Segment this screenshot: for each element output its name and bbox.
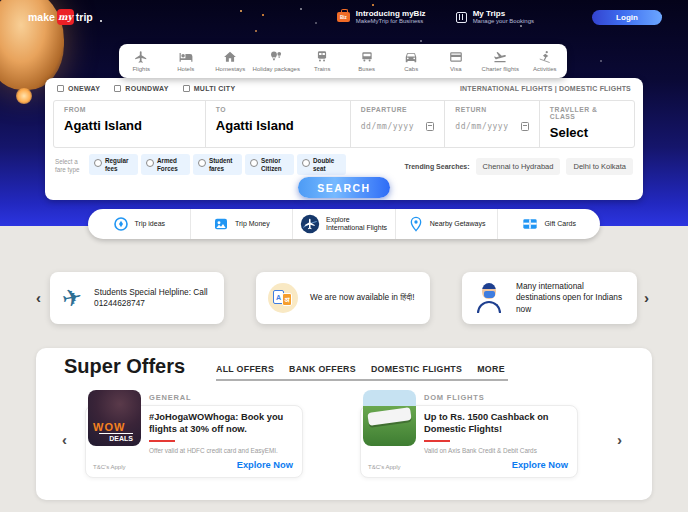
- trip-type-roundway[interactable]: ROUNDWAY: [114, 85, 168, 92]
- offer-card-dom-flights: DOM FLIGHTS Up to Rs. 1500 Cashback on D…: [360, 390, 578, 482]
- wallet-photo-icon: [213, 216, 229, 232]
- explore-now-link[interactable]: Explore Now: [237, 460, 293, 470]
- bus-icon: [360, 50, 374, 64]
- tab-more[interactable]: MORE: [477, 364, 505, 374]
- traveller-label: TRAVLLER & CLASS: [550, 106, 624, 120]
- skier-icon: [538, 50, 552, 64]
- wow-text: WOW: [93, 422, 136, 433]
- offer-category: DOM FLIGHTS: [424, 393, 484, 402]
- fare-regular-fees[interactable]: Regular fees: [89, 154, 138, 175]
- translate-icon: A अ: [268, 283, 298, 313]
- trending-chennai-hydrabad[interactable]: Chennai to Hydrabad: [476, 158, 561, 175]
- trip-type-multicity[interactable]: MULTI CITY: [183, 85, 236, 92]
- mytrips-title: My Trips: [473, 9, 534, 19]
- train-icon: [315, 50, 329, 64]
- departure-field[interactable]: DEPARTURE dd/mm/yyyy: [350, 101, 445, 147]
- briefcase-icon: Biz: [337, 12, 350, 22]
- top-header: make my trip Biz Introducing myBiz MakeM…: [28, 6, 662, 28]
- masked-person-icon: [474, 283, 504, 313]
- student-fares-radio[interactable]: [198, 159, 206, 167]
- offer-category: GENERAL: [149, 393, 191, 402]
- from-label: FROM: [64, 106, 195, 113]
- tab-flights-label: Flights: [132, 66, 150, 72]
- tab-holiday-packages[interactable]: Holiday packages: [253, 44, 300, 78]
- armed-forces-radio[interactable]: [146, 159, 154, 167]
- international-domestic-flights-link[interactable]: INTERNATIONAL FLIGHTS | DOMESTIC FLIGHTS: [460, 85, 631, 92]
- tab-visa-label: Visa: [450, 66, 462, 72]
- tab-flights[interactable]: Flights: [119, 44, 164, 78]
- search-button[interactable]: SEARCH: [298, 177, 390, 198]
- trip-type-oneway[interactable]: ONEWAY: [57, 85, 100, 92]
- tab-cabs-label: Cabs: [404, 66, 418, 72]
- tab-visa[interactable]: Visa: [433, 44, 478, 78]
- login-button[interactable]: Login: [592, 10, 662, 25]
- trending-searches: Trending Searches: Chennai to Hydrabad D…: [405, 158, 633, 175]
- carousel-card-hindi[interactable]: A अ We are now available in हिंदी!: [256, 272, 430, 324]
- fare-type-label: Select a fare type: [55, 158, 85, 174]
- regular-fees-radio[interactable]: [94, 159, 102, 167]
- quick-link-trip-money[interactable]: Trip Money: [190, 209, 293, 239]
- trip-type-row: ONEWAY ROUNDWAY MULTI CITY INTERNATIONAL…: [57, 85, 631, 92]
- tab-bank-offers[interactable]: BANK OFFERS: [289, 364, 356, 374]
- tab-hotels[interactable]: Hotels: [164, 44, 209, 78]
- tab-domestic-flights[interactable]: DOMESTIC FLIGHTS: [371, 364, 462, 374]
- calendar-icon[interactable]: [426, 122, 434, 131]
- bed-icon: [179, 50, 193, 64]
- offer-subtitle: Valid on Axis Bank Credit & Debit Cards: [424, 447, 537, 454]
- offer-title: Up to Rs. 1500 Cashback on Domestic Flig…: [424, 412, 572, 436]
- tab-hotels-label: Hotels: [177, 66, 194, 72]
- face-mask: [484, 291, 495, 298]
- fare-senior-citizen[interactable]: Senior Citizen: [245, 154, 294, 175]
- tab-activities[interactable]: Activities: [523, 44, 568, 78]
- tab-buses[interactable]: Buses: [344, 44, 389, 78]
- mytrips-menu-item[interactable]: My Trips Manage your Bookings: [456, 9, 534, 26]
- carousel-card-international[interactable]: Many international destinations open for…: [462, 272, 637, 324]
- search-fields: FROM Agatti Island TO Agatti Island DEPA…: [53, 100, 635, 148]
- fare-student-fares[interactable]: Student fares: [193, 154, 242, 175]
- nearby-getaways-label: Nearby Getaways: [430, 220, 486, 228]
- multicity-checkbox[interactable]: [183, 85, 190, 92]
- tab-cabs[interactable]: Cabs: [389, 44, 434, 78]
- explore-now-link[interactable]: Explore Now: [512, 460, 568, 470]
- departure-placeholder: dd/mm/yyyy: [361, 122, 414, 131]
- oneway-label: ONEWAY: [68, 85, 100, 92]
- tab-trains[interactable]: Trains: [300, 44, 345, 78]
- double-seat-radio[interactable]: [302, 159, 310, 167]
- senior-citizen-radio[interactable]: [250, 159, 258, 167]
- carousel-card-helpline[interactable]: ✈ Students Special Helpline: Call 012446…: [50, 272, 224, 324]
- balloons-icon: [269, 50, 283, 64]
- from-field[interactable]: FROM Agatti Island: [54, 101, 205, 147]
- fare-armed-forces[interactable]: Armed Forces: [141, 154, 190, 175]
- wow-deals-image: WOW DEALS: [88, 390, 141, 446]
- carousel-prev-chevron-icon[interactable]: ‹: [36, 290, 41, 305]
- tnc-apply-text: T&C's Apply: [93, 464, 126, 470]
- quick-link-gift-cards[interactable]: Gift Cards: [497, 209, 600, 239]
- logo-trip: trip: [76, 11, 93, 23]
- quick-link-trip-ideas[interactable]: Trip ideas: [88, 209, 190, 239]
- quick-link-explore-international[interactable]: Explore International Flights: [292, 209, 395, 239]
- to-field[interactable]: TO Agatti Island: [205, 101, 350, 147]
- calendar-icon[interactable]: [521, 122, 529, 131]
- fare-double-seat[interactable]: Double seat: [297, 154, 346, 175]
- offers-next-chevron-icon[interactable]: ›: [617, 432, 622, 447]
- trending-delhi-kolkata[interactable]: Delhi to Kolkata: [566, 158, 633, 175]
- mybiz-title: Introducing myBiz: [356, 9, 426, 19]
- oneway-checkbox[interactable]: [57, 85, 64, 92]
- roundway-checkbox[interactable]: [114, 85, 121, 92]
- double-seat-label: Double seat: [313, 157, 341, 172]
- explore-international-label: Explore International Flights: [326, 216, 388, 232]
- offers-prev-chevron-icon[interactable]: ‹: [62, 432, 67, 447]
- tab-charter-flights[interactable]: Charter flights: [478, 44, 523, 78]
- from-value: Agatti Island: [64, 118, 195, 133]
- mybiz-menu-item[interactable]: Biz Introducing myBiz MakeMyTrip for Bus…: [337, 9, 426, 26]
- mybiz-subtitle: MakeMyTrip for Business: [356, 18, 426, 25]
- tab-all-offers[interactable]: ALL OFFERS: [216, 364, 274, 374]
- quick-link-nearby-getaways[interactable]: Nearby Getaways: [395, 209, 498, 239]
- offer-tabs-underline: [216, 379, 508, 381]
- tab-homestays[interactable]: Homestays: [208, 44, 253, 78]
- traveller-class-field[interactable]: TRAVLLER & CLASS Select: [539, 101, 634, 147]
- trending-searches-label: Trending Searches:: [405, 163, 470, 170]
- return-field[interactable]: RETURN dd/mm/yyyy: [444, 101, 539, 147]
- makemytrip-logo[interactable]: make my trip: [28, 9, 93, 25]
- carousel-next-chevron-icon[interactable]: ›: [644, 290, 649, 305]
